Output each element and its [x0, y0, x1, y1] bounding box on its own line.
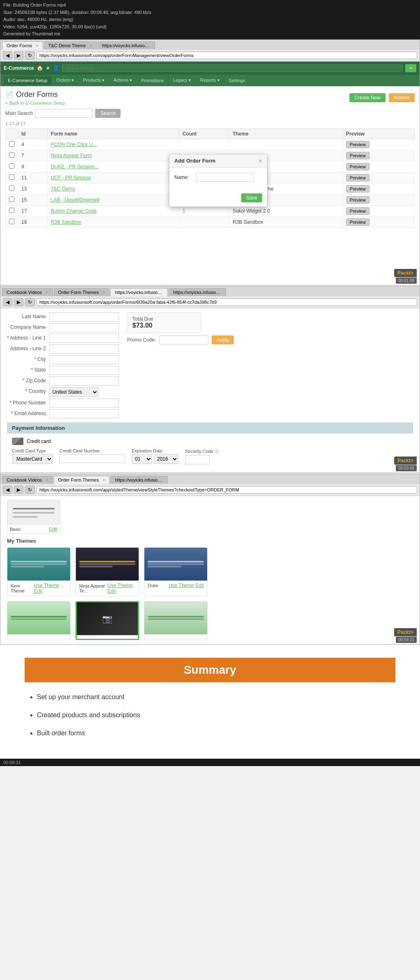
row-preview-1[interactable]: Preview — [342, 150, 414, 161]
zipcode-input[interactable] — [49, 376, 119, 386]
forward-btn-2[interactable]: ▶ — [14, 298, 23, 306]
row-checkbox-3[interactable] — [6, 172, 18, 183]
row-formname-7[interactable]: R3B Sandbox — [47, 216, 179, 227]
ninja-edit[interactable]: Edit — [107, 588, 116, 594]
tab-close-2a[interactable]: × — [46, 290, 48, 295]
row-preview-3[interactable]: Preview — [342, 172, 414, 183]
nav-products[interactable]: Products — [79, 76, 108, 85]
tab-order-forms[interactable]: Order Forms × — [2, 41, 43, 50]
user-icon[interactable]: 👤 — [53, 65, 59, 71]
row-formname-3[interactable]: UCF - PR Session — [47, 172, 179, 183]
row-preview-6[interactable]: Preview — [342, 205, 414, 216]
page-title-bar: 📄 Order Forms « Back to E-Commerce Setup… — [5, 90, 415, 106]
tab-close-1[interactable]: × — [36, 43, 38, 48]
row-formname-5[interactable]: LAB - Upsell/Downsell — [47, 194, 179, 205]
state-input[interactable] — [49, 366, 119, 375]
row-formname-0[interactable]: PCON One Click U... — [47, 139, 179, 150]
address1-input[interactable] — [49, 334, 119, 343]
back-btn-2[interactable]: ◀ — [3, 298, 12, 306]
promo-input[interactable] — [159, 335, 208, 344]
nav-actions[interactable]: Actions — [110, 76, 136, 85]
back-to-ecommerce-link[interactable]: « Back to E-Commerce Setup — [5, 101, 65, 106]
nav-legacy[interactable]: Legacy — [169, 76, 196, 85]
forward-btn-3[interactable]: ▶ — [14, 486, 23, 494]
address2-input[interactable] — [49, 344, 119, 353]
expiration-year-select[interactable]: 2016 — [154, 454, 178, 464]
create-new-button[interactable]: Create New — [349, 93, 385, 102]
expiration-month-select[interactable]: 01 — [132, 454, 152, 464]
kern-use-theme[interactable]: Use Theme — [34, 583, 59, 588]
company-input[interactable] — [49, 323, 119, 332]
row-formname-2[interactable]: DUKE - PR Session... — [47, 161, 179, 172]
tab-cookbook-3[interactable]: Cookbook Videos × — [2, 476, 53, 484]
row-formname-1[interactable]: Ninja Appear Form — [47, 150, 179, 161]
ninja-use-theme[interactable]: Use Theme — [107, 583, 133, 588]
row-preview-4[interactable]: Preview — [342, 183, 414, 194]
row-checkbox-0[interactable] — [6, 139, 18, 150]
duke-edit[interactable]: Edit — [195, 583, 204, 588]
nav-settings[interactable]: Settings — [225, 76, 249, 85]
tab-close-2[interactable]: × — [89, 43, 92, 48]
security-help-icon[interactable]: ⓘ — [215, 449, 219, 454]
tab-cookbook-videos-2[interactable]: Cookbook Videos × — [2, 288, 53, 296]
modal-name-input[interactable] — [196, 173, 253, 182]
country-select[interactable]: United States — [49, 387, 98, 397]
nav-ecommerce-setup[interactable]: E-Commerce Setup — [4, 76, 52, 85]
back-button[interactable]: ◀ — [3, 51, 12, 60]
row-checkbox-7[interactable] — [6, 216, 18, 227]
tab-infusionsoft-1[interactable]: https://voyicks.infusionsoft.c... × — [98, 41, 155, 49]
row-preview-7[interactable]: Preview — [342, 216, 414, 227]
duke-use-theme[interactable]: Use Theme — [169, 583, 194, 588]
tab-infusionsoft-3[interactable]: https://voyicks.infusionsoft.c... × — [110, 476, 168, 484]
nav-orders[interactable]: Orders — [52, 76, 78, 85]
apply-promo-button[interactable]: Apply — [212, 335, 234, 344]
refresh-btn-3[interactable]: ↻ — [25, 486, 35, 494]
tab-infusionsoft-2a[interactable]: https://voyicks.infusionsoft.c... × — [110, 288, 168, 296]
row-checkbox-1[interactable] — [6, 150, 18, 161]
forward-button[interactable]: ▶ — [14, 51, 23, 60]
tab-order-form-themes[interactable]: Order Form Themes × — [54, 288, 110, 296]
modal-close-button[interactable]: × — [259, 158, 262, 164]
refresh-btn-2[interactable]: ↻ — [25, 298, 35, 306]
tab-tandc[interactable]: T&C Demo Theme × — [44, 41, 97, 49]
row-preview-5[interactable]: Preview — [342, 194, 414, 205]
star-icon[interactable]: ★ — [46, 65, 50, 71]
basic-theme-edit[interactable]: Edit — [49, 526, 57, 532]
url-bar-2[interactable] — [37, 298, 417, 306]
actions-button[interactable]: Actions — [389, 93, 415, 102]
nav-promotions[interactable]: Promotions — [137, 76, 168, 85]
search-input[interactable] — [35, 109, 93, 118]
modal-save-button[interactable]: Save — [241, 193, 262, 202]
url-bar-3[interactable] — [37, 486, 417, 493]
last-name-input[interactable] — [49, 312, 119, 321]
kern-edit[interactable]: Edit — [34, 588, 43, 594]
state-label: * State — [7, 366, 46, 375]
back-btn-3[interactable]: ◀ — [3, 486, 12, 494]
home-icon[interactable]: 🏠 — [37, 65, 43, 71]
row-checkbox-6[interactable] — [6, 205, 18, 216]
row-preview-2[interactable]: Preview — [342, 161, 414, 172]
city-input[interactable] — [49, 355, 119, 364]
row-preview-0[interactable]: Preview — [342, 139, 414, 150]
row-checkbox-2[interactable] — [6, 161, 18, 172]
tab-close-3a[interactable]: × — [46, 477, 48, 482]
email-input[interactable] — [49, 409, 119, 418]
row-checkbox-5[interactable] — [6, 194, 18, 205]
url-bar-1[interactable] — [37, 52, 417, 59]
nav-reports[interactable]: Reports — [196, 76, 224, 85]
security-code-input[interactable] — [185, 455, 210, 464]
cc-type-select[interactable]: MasterCard — [12, 454, 53, 464]
phone-input[interactable] — [49, 399, 119, 408]
tab-close-2b[interactable]: × — [103, 290, 105, 295]
cc-number-input[interactable] — [59, 454, 125, 463]
tab-close-3b[interactable]: × — [103, 477, 105, 482]
add-contact-button[interactable]: + — [405, 64, 416, 72]
refresh-button[interactable]: ↻ — [25, 51, 35, 60]
tab-infusionsoft-2b[interactable]: https://voyicks.infusiosoft... × — [169, 288, 226, 296]
row-formname-6[interactable]: Button Change Code — [47, 205, 179, 216]
search-button[interactable]: Search — [95, 109, 121, 118]
row-checkbox-4[interactable] — [6, 183, 18, 194]
tab-order-form-themes-3[interactable]: Order Form Themes × — [54, 476, 110, 484]
contact-search[interactable] — [62, 64, 403, 72]
row-formname-4[interactable]: T&C Demo — [47, 183, 179, 194]
